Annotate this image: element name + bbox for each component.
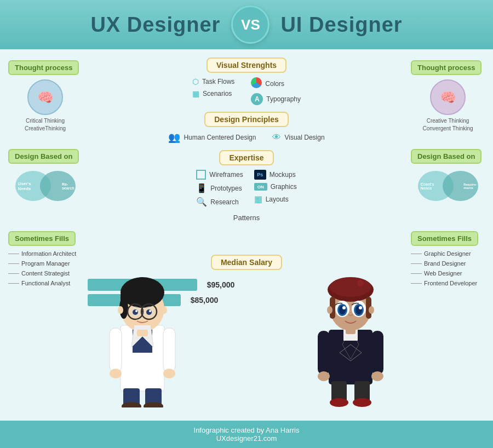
list-item: Information Architect bbox=[8, 250, 82, 257]
right-design-based-label: Design Based on bbox=[411, 149, 481, 164]
pie-icon bbox=[251, 77, 262, 90]
svg-rect-31 bbox=[371, 331, 383, 375]
svg-rect-17 bbox=[110, 328, 122, 372]
svg-point-11 bbox=[133, 309, 138, 315]
center-panel: Visual Strenghts ⬡ Task Flows ▦ Scenario… bbox=[88, 55, 405, 443]
right-panel: Thought process 🧠 Creative Thinking Conv… bbox=[405, 55, 493, 443]
brain-icon-left: 🧠 bbox=[27, 79, 63, 115]
svg-rect-18 bbox=[163, 328, 175, 372]
dash-icon bbox=[411, 273, 422, 274]
ui-character bbox=[312, 249, 389, 410]
svg-rect-54 bbox=[346, 328, 356, 334]
right-thought-bubble: 🧠 Creative Thinking Convergent Thinking bbox=[411, 79, 485, 133]
design-principles-items: 👥 Human Centered Design 👁 Visual Design bbox=[168, 131, 324, 143]
left-venn: User'sNeeds Re-search bbox=[15, 171, 76, 201]
ui-title: UI Designer bbox=[280, 13, 402, 37]
wireframe-icon bbox=[196, 170, 206, 180]
visual-design-item: 👁 Visual Design bbox=[272, 131, 324, 143]
right-venn: Client'sNeeds Require-ments bbox=[418, 171, 478, 201]
layouts-item: ▦ Layouts bbox=[254, 194, 297, 204]
svg-point-16 bbox=[162, 306, 167, 314]
patterns-label: Patterns bbox=[233, 214, 260, 222]
ux-title: UX Designer bbox=[90, 13, 220, 37]
svg-point-15 bbox=[118, 306, 123, 314]
svg-point-49 bbox=[369, 306, 374, 314]
right-venn-label-right: Require-ments bbox=[463, 183, 477, 189]
prototypes-item: 📱 Prototypes bbox=[196, 183, 243, 193]
header-title: UX Designer VS UI Designer bbox=[90, 5, 402, 44]
dash-icon bbox=[411, 263, 422, 264]
people-icon: 👥 bbox=[168, 131, 180, 143]
scenarios-item: ▦ Scenarios bbox=[192, 89, 234, 98]
right-thought-label: Thought process bbox=[411, 60, 481, 75]
svg-rect-25 bbox=[137, 330, 148, 336]
venn-left-label: User'sNeeds bbox=[18, 181, 31, 191]
svg-point-47 bbox=[359, 306, 362, 309]
flow-icon: ⬡ bbox=[192, 77, 199, 86]
list-item: Functional Analyst bbox=[8, 280, 82, 286]
list-item: Content Strategist bbox=[8, 270, 82, 277]
right-thought-text: Creative Thinking Convergent Thinking bbox=[422, 117, 473, 133]
layouts-icon: ▦ bbox=[254, 194, 262, 204]
svg-point-37 bbox=[357, 280, 364, 286]
svg-point-53 bbox=[353, 398, 371, 407]
task-flows-item: ⬡ Task Flows bbox=[192, 77, 234, 86]
on-badge-icon: ON bbox=[254, 183, 267, 191]
list-item: Brand Designer bbox=[411, 260, 485, 267]
svg-point-52 bbox=[330, 398, 348, 407]
svg-rect-30 bbox=[318, 331, 330, 375]
footer-line2: UXdesigner21.com bbox=[216, 434, 277, 443]
left-thought-bubble: 🧠 Critical Thinking CreativeThinking bbox=[8, 79, 82, 133]
svg-point-46 bbox=[342, 306, 346, 309]
svg-point-19 bbox=[110, 369, 122, 378]
list-item: Web Designer bbox=[411, 270, 485, 277]
svg-point-13 bbox=[135, 310, 137, 312]
vs-circle: VS bbox=[231, 5, 270, 44]
right-sometimes-list: Graphic Designer Brand Designer Web Desi… bbox=[411, 250, 485, 286]
left-sometimes-list: Information Architect Program Manager Co… bbox=[8, 250, 82, 286]
svg-point-20 bbox=[163, 369, 175, 378]
typography-item: A Typography bbox=[251, 93, 301, 105]
list-item: Program Manager bbox=[8, 260, 82, 267]
visual-strengths-label: Visual Strenghts bbox=[207, 58, 286, 73]
svg-point-12 bbox=[146, 309, 152, 315]
ps-icon: Ps bbox=[254, 170, 266, 180]
left-sometimes-label: Sometimes Fills bbox=[8, 231, 76, 246]
header: UX Designer VS UI Designer bbox=[0, 0, 493, 49]
dash-icon bbox=[411, 254, 422, 254]
scenarios-icon: ▦ bbox=[192, 89, 199, 98]
visual-strengths-items: ⬡ Task Flows ▦ Scenarios Colors A bbox=[192, 77, 301, 105]
dash-icon bbox=[8, 273, 19, 274]
ux-character bbox=[104, 249, 181, 410]
right-sometimes-label: Sometimes Fills bbox=[411, 231, 478, 246]
design-principles-label: Design Principles bbox=[204, 112, 288, 127]
dash-icon bbox=[8, 263, 19, 264]
left-design-based-label: Design Based on bbox=[8, 149, 79, 164]
main-content: Thought process 🧠 Critical Thinking Crea… bbox=[0, 49, 493, 448]
research-icon: 🔍 bbox=[196, 197, 207, 207]
ui-salary-amount: $85,000 bbox=[185, 296, 223, 305]
list-item: Frontend Developer bbox=[411, 280, 485, 286]
right-venn-label-left: Client'sNeeds bbox=[421, 182, 434, 190]
footer-line1: Infographic created by Ana Harris bbox=[194, 426, 300, 434]
left-thought-label: Thought process bbox=[8, 60, 79, 75]
wireframes-item: Wireframes bbox=[196, 170, 243, 180]
eye-icon: 👁 bbox=[272, 133, 281, 142]
colors-item: Colors bbox=[251, 77, 301, 90]
footer: Infographic created by Ana Harris UXdesi… bbox=[0, 421, 493, 448]
ux-salary-amount: $95,000 bbox=[202, 280, 240, 289]
svg-point-32 bbox=[318, 371, 330, 381]
brain-icon-right: 🧠 bbox=[430, 79, 466, 115]
research-item: 🔍 Research bbox=[196, 197, 243, 207]
expertise-items: Wireframes 📱 Prototypes 🔍 Research Ps Mo… bbox=[196, 170, 296, 207]
expertise-label: Expertise bbox=[219, 150, 273, 165]
mobile-icon: 📱 bbox=[196, 183, 207, 193]
left-panel: Thought process 🧠 Critical Thinking Crea… bbox=[0, 55, 88, 443]
salary-label: Median Salary bbox=[211, 255, 282, 270]
typography-icon: A bbox=[251, 93, 263, 105]
list-item: Graphic Designer bbox=[411, 250, 485, 257]
human-centered-item: 👥 Human Centered Design bbox=[168, 131, 256, 143]
left-thought-text: Critical Thinking CreativeThinking bbox=[25, 117, 66, 133]
svg-point-36 bbox=[330, 277, 371, 297]
dash-icon bbox=[8, 254, 19, 254]
